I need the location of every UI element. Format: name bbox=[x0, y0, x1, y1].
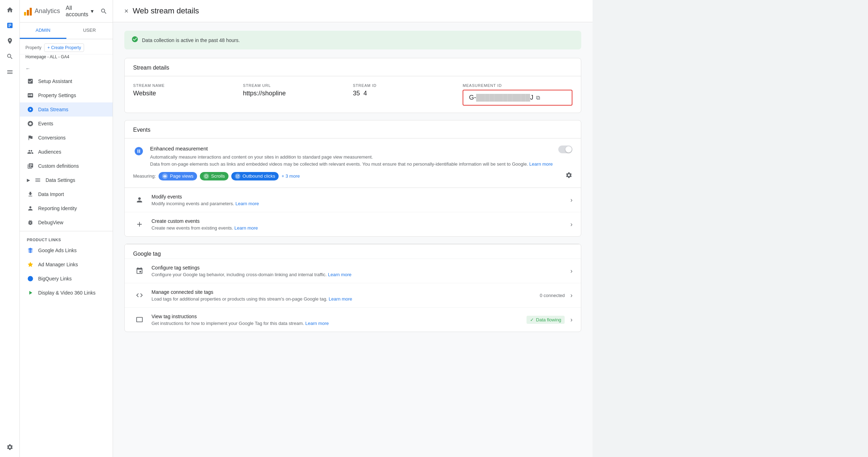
stream-details-title: Stream details bbox=[125, 58, 581, 76]
create-property-button[interactable]: + Create Property bbox=[44, 43, 84, 52]
events-card: Events Enhanced measurement Automaticall… bbox=[124, 120, 581, 237]
stream-name-label: STREAM NAME bbox=[133, 83, 243, 88]
nav-icon-settings-gear[interactable] bbox=[3, 440, 17, 454]
connected-badge: 0 connected bbox=[540, 293, 565, 298]
enhanced-measurement-toggle[interactable] bbox=[558, 146, 572, 153]
display-video-icon bbox=[27, 289, 34, 296]
modify-events-learn-more-link[interactable]: Learn more bbox=[236, 201, 259, 206]
close-button[interactable]: × bbox=[124, 7, 129, 15]
copy-icon[interactable]: ⧉ bbox=[536, 95, 540, 101]
sidebar-item-google-ads[interactable]: Google Ads Links bbox=[20, 243, 113, 257]
modify-events-chevron-icon: › bbox=[570, 196, 572, 204]
sidebar-item-bigquery[interactable]: BigQuery Links bbox=[20, 272, 113, 286]
all-accounts-button[interactable]: All accounts ▾ bbox=[63, 4, 96, 19]
measurement-id-label: MEASUREMENT ID bbox=[463, 83, 572, 88]
property-name: Homepage - ALL - GA4 bbox=[20, 54, 113, 63]
enhanced-measurement-content: Enhanced measurement Automatically measu… bbox=[150, 146, 553, 167]
data-settings-label: Data Settings bbox=[46, 177, 75, 183]
data-import-icon bbox=[27, 191, 34, 198]
ad-manager-icon bbox=[27, 261, 34, 268]
sidebar-item-setup-assistant[interactable]: Setup Assistant bbox=[20, 74, 113, 88]
sidebar-item-reporting-identity[interactable]: Reporting Identity bbox=[20, 201, 113, 215]
product-links-section-label: PRODUCT LINKS bbox=[20, 233, 113, 243]
enhanced-measurement-icon bbox=[133, 146, 144, 157]
configure-tag-row[interactable]: Configure tag settings Configure your Go… bbox=[125, 259, 581, 283]
sidebar-item-custom-definitions[interactable]: Custom definitions bbox=[20, 159, 113, 173]
outbound-clicks-chip-label: Outbound clicks bbox=[243, 173, 275, 179]
measurement-id-field: MEASUREMENT ID G-████████████J ⧉ bbox=[463, 83, 572, 106]
nav-icon-search[interactable] bbox=[3, 49, 17, 64]
stream-name-value: Website bbox=[133, 90, 243, 97]
more-chips-link[interactable]: + 3 more bbox=[281, 173, 300, 179]
stream-url-value: https://shopline bbox=[243, 90, 353, 97]
sidebar-item-data-settings[interactable]: ▶ Data Settings bbox=[20, 173, 113, 187]
configure-tag-learn-more-link[interactable]: Learn more bbox=[328, 272, 351, 277]
reporting-identity-icon bbox=[27, 205, 34, 212]
stream-url-label: STREAM URL bbox=[243, 83, 353, 88]
manage-tags-row[interactable]: Manage connected site tags Load tags for… bbox=[125, 283, 581, 307]
scrolls-chip-label: Scrolls bbox=[211, 173, 225, 179]
sidebar-item-display-video[interactable]: Display & Video 360 Links bbox=[20, 286, 113, 300]
sidebar-item-property-settings[interactable]: Property Settings bbox=[20, 88, 113, 102]
create-custom-events-row[interactable]: Create custom events Create new events f… bbox=[125, 212, 581, 236]
measuring-row: Measuring: Page views Scrolls bbox=[133, 172, 572, 180]
outbound-chip-icon bbox=[235, 173, 240, 179]
sidebar-item-audiences[interactable]: Audiences bbox=[20, 145, 113, 159]
view-instructions-row[interactable]: View tag instructions Get instructions f… bbox=[125, 307, 581, 332]
view-instructions-learn-more-link[interactable]: Learn more bbox=[305, 321, 328, 326]
custom-definitions-label: Custom definitions bbox=[38, 163, 79, 169]
data-streams-label: Data Streams bbox=[38, 107, 69, 112]
modify-events-title: Modify events bbox=[151, 194, 565, 200]
configure-tag-content: Configure tag settings Configure your Go… bbox=[151, 265, 565, 277]
sidebar-item-data-streams[interactable]: Data Streams bbox=[20, 102, 113, 117]
stream-details-grid: STREAM NAME Website STREAM URL https://s… bbox=[125, 76, 581, 113]
enhanced-measurement-section: Enhanced measurement Automatically measu… bbox=[125, 138, 581, 188]
custom-definitions-icon bbox=[27, 162, 34, 170]
sidebar-item-data-import[interactable]: Data Import bbox=[20, 187, 113, 201]
stream-details-card: Stream details STREAM NAME Website STREA… bbox=[124, 58, 581, 113]
modify-events-content: Modify events Modify incoming events and… bbox=[151, 194, 565, 206]
analytics-title: Analytics bbox=[35, 7, 60, 15]
nav-icon-explore[interactable] bbox=[3, 34, 17, 48]
nav-icon-menu[interactable] bbox=[3, 65, 17, 79]
panel-title: Web stream details bbox=[133, 6, 199, 16]
sidebar-item-debugview[interactable]: DebugView bbox=[20, 215, 113, 230]
events-icon bbox=[27, 120, 34, 127]
nav-back-button[interactable]: ← bbox=[20, 63, 113, 74]
stream-url-field: STREAM URL https://shopline bbox=[243, 83, 353, 106]
nav-list: Setup Assistant Property Settings Data S… bbox=[20, 74, 113, 300]
search-button[interactable] bbox=[99, 6, 108, 17]
status-check-icon bbox=[131, 36, 138, 44]
manage-tags-learn-more-link[interactable]: Learn more bbox=[329, 296, 352, 302]
debugview-label: DebugView bbox=[38, 220, 63, 225]
svg-point-0 bbox=[28, 276, 33, 281]
sidebar-item-events[interactable]: Events bbox=[20, 117, 113, 131]
nav-icon-home[interactable] bbox=[3, 3, 17, 17]
sidebar-item-ad-manager[interactable]: Ad Manager Links bbox=[20, 257, 113, 272]
left-icon-rail bbox=[0, 0, 20, 457]
enhanced-header: Enhanced measurement Automatically measu… bbox=[133, 146, 572, 167]
data-import-label: Data Import bbox=[38, 191, 64, 197]
enhanced-learn-more-link[interactable]: Learn more bbox=[529, 161, 553, 167]
display-video-label: Display & Video 360 Links bbox=[38, 290, 95, 296]
tab-admin[interactable]: ADMIN bbox=[20, 23, 66, 39]
sidebar-item-conversions[interactable]: Conversions bbox=[20, 131, 113, 145]
create-custom-events-learn-more-link[interactable]: Learn more bbox=[234, 225, 258, 231]
sidebar: Analytics All accounts ▾ ADMIN USER Prop… bbox=[20, 0, 113, 457]
enhanced-settings-gear-icon[interactable] bbox=[565, 172, 572, 180]
create-custom-events-chevron-icon: › bbox=[570, 221, 572, 228]
enhanced-measurement-desc: Automatically measure interactions and c… bbox=[150, 154, 553, 167]
page-views-chip-label: Page views bbox=[170, 173, 193, 179]
data-flowing-badge: ✓ Data flowing bbox=[527, 316, 565, 324]
nav-icon-reports[interactable] bbox=[3, 18, 17, 32]
tab-user[interactable]: USER bbox=[66, 23, 113, 39]
enhanced-measurement-title: Enhanced measurement bbox=[150, 146, 553, 152]
create-custom-events-icon bbox=[133, 218, 146, 231]
data-flowing-check-icon: ✓ bbox=[530, 317, 534, 322]
modify-events-row[interactable]: Modify events Modify incoming events and… bbox=[125, 188, 581, 212]
scrolls-chip-icon bbox=[203, 173, 209, 179]
reporting-identity-label: Reporting Identity bbox=[38, 206, 77, 211]
google-ads-label: Google Ads Links bbox=[38, 248, 77, 253]
manage-tags-desc: Load tags for additional properties or p… bbox=[151, 296, 534, 302]
property-settings-icon bbox=[27, 92, 34, 99]
